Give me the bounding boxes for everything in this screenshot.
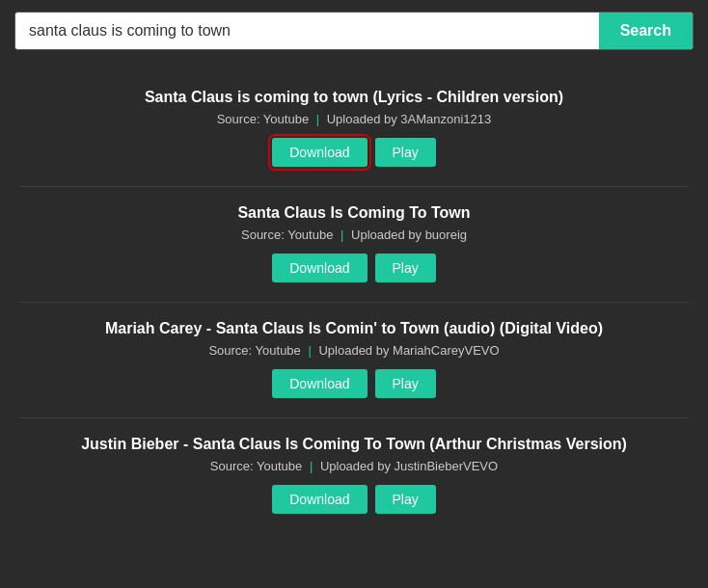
play-button-4[interactable]: Play (375, 485, 436, 514)
result-title-4: Justin Bieber - Santa Claus Is Coming To… (29, 436, 679, 453)
play-button-1[interactable]: Play (375, 138, 436, 167)
result-item-1: Santa Claus is coming to town (Lyrics - … (19, 71, 689, 187)
search-input[interactable] (15, 13, 599, 49)
result-title-2: Santa Claus Is Coming To Town (29, 204, 679, 222)
button-group-3: DownloadPlay (29, 369, 679, 398)
button-group-4: DownloadPlay (29, 485, 679, 514)
button-group-1: DownloadPlay (29, 138, 679, 167)
download-button-2[interactable]: Download (272, 254, 367, 282)
result-item-2: Santa Claus Is Coming To TownSource: You… (19, 187, 689, 303)
search-bar: Search (14, 12, 694, 50)
download-button-1[interactable]: Download (272, 138, 367, 167)
result-item-4: Justin Bieber - Santa Claus Is Coming To… (19, 418, 689, 533)
search-button[interactable]: Search (599, 13, 693, 49)
play-button-2[interactable]: Play (375, 254, 436, 282)
results-list: Santa Claus is coming to town (Lyrics - … (0, 62, 708, 543)
result-title-1: Santa Claus is coming to town (Lyrics - … (29, 89, 679, 106)
play-button-3[interactable]: Play (375, 369, 436, 398)
result-meta-3: Source: Youtube | Uploaded by MariahCare… (29, 343, 679, 358)
button-group-2: DownloadPlay (29, 254, 679, 282)
result-meta-4: Source: Youtube | Uploaded by JustinBieb… (29, 459, 679, 473)
result-meta-1: Source: Youtube | Uploaded by 3AManzoni1… (29, 112, 679, 126)
download-button-4[interactable]: Download (272, 485, 367, 514)
result-item-3: Mariah Carey - Santa Claus Is Comin' to … (19, 303, 689, 418)
result-title-3: Mariah Carey - Santa Claus Is Comin' to … (29, 320, 679, 337)
download-button-3[interactable]: Download (272, 369, 367, 398)
result-meta-2: Source: Youtube | Uploaded by buoreig (29, 227, 679, 242)
